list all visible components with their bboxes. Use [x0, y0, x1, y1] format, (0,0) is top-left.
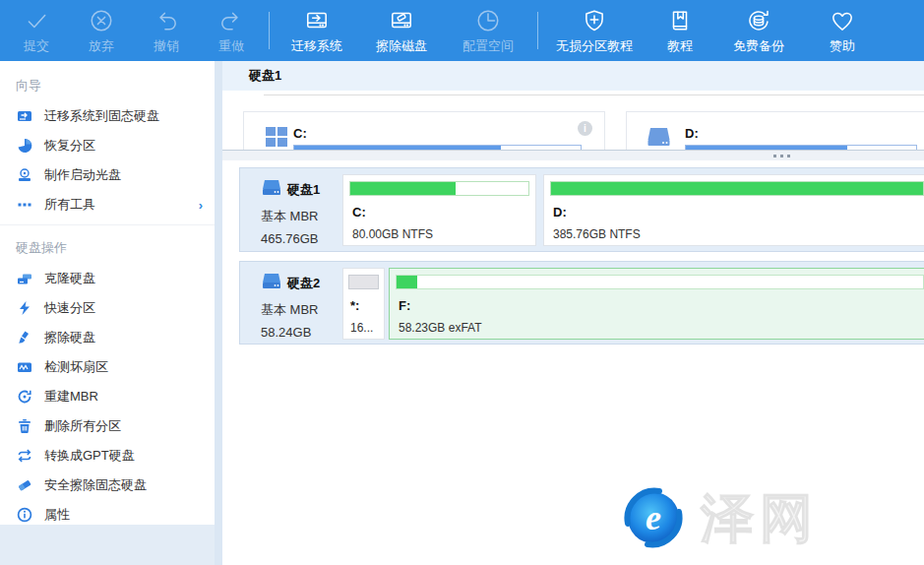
- sidebar-item-label: 安全擦除固态硬盘: [44, 476, 215, 494]
- sidebar-section-wizards: 向导: [0, 63, 215, 101]
- disk-arrow-icon: [16, 108, 33, 124]
- disk-scheme: 基本 MBR: [261, 208, 345, 225]
- tab-disk1[interactable]: 硬盘1: [222, 61, 281, 91]
- info-circle-icon: [16, 507, 33, 523]
- overview-card-d[interactable]: D:: [626, 111, 924, 150]
- sidebar-item-label: 克隆硬盘: [44, 270, 215, 287]
- boot-disc-icon: [16, 167, 33, 183]
- allocate-space-button[interactable]: 配置空间: [444, 0, 532, 61]
- undo-icon: [154, 6, 179, 33]
- backup-cycle-icon: [746, 6, 771, 33]
- rebuild-mbr-icon: [16, 389, 33, 405]
- overview-divider: [264, 94, 924, 95]
- space-clock-icon: [475, 6, 501, 33]
- convert-gpt-icon: [16, 448, 33, 464]
- tutorial-button[interactable]: 教程: [646, 0, 714, 61]
- sidebar-item-properties[interactable]: 属性: [0, 500, 215, 530]
- windows-logo-icon: [264, 124, 289, 150]
- sidebar-item-label: 转换成GPT硬盘: [44, 447, 215, 465]
- disk-row-1[interactable]: 硬盘1 基本 MBR 465.76GB C: 80.00GB NTFS: [239, 167, 924, 252]
- partition-usage-bar: [396, 275, 924, 289]
- partition-label: F:: [399, 298, 410, 313]
- toolbar-item-label: 擦除磁盘: [376, 37, 427, 55]
- bad-sector-icon: [16, 359, 33, 375]
- sidebar-item-convert-to-gpt[interactable]: 转换成GPT硬盘: [0, 441, 215, 471]
- check-icon: [24, 6, 49, 33]
- toolbar-item-label: 撤销: [154, 37, 179, 55]
- discard-button[interactable]: 放弃: [69, 0, 134, 61]
- partition-label: C:: [352, 205, 366, 220]
- sidebar-item-delete-all-partitions[interactable]: 删除所有分区: [0, 411, 215, 441]
- partition-detail: 385.76GB NTFS: [553, 227, 641, 241]
- toolbar-separator: [537, 12, 538, 49]
- hard-disk-icon: [646, 124, 672, 150]
- heart-icon: [830, 6, 855, 33]
- toolbar-item-label: 教程: [667, 37, 693, 55]
- sidebar-item-label: 快速分区: [44, 299, 215, 317]
- disk-row-2[interactable]: 硬盘2 基本 MBR 58.24GB *: 16... F: 58.23GB e…: [239, 261, 924, 345]
- disk-list-panel: 硬盘1 基本 MBR 465.76GB C: 80.00GB NTFS: [222, 160, 924, 565]
- overview-card-c[interactable]: C: i: [243, 111, 605, 150]
- free-backup-button[interactable]: 免费备份: [714, 0, 803, 61]
- sponsor-button[interactable]: 赞助: [803, 0, 882, 61]
- sidebar: 向导 迁移系统到固态硬盘 恢复分区 制作启动光盘: [0, 61, 215, 565]
- disk-overview-panel: C: i D:: [222, 91, 924, 150]
- disk-scheme: 基本 MBR: [261, 301, 345, 319]
- disk-size: 58.24GB: [261, 325, 345, 340]
- partition-detail: 58.23GB exFAT: [399, 321, 482, 335]
- watermark: e 泽网: [620, 483, 819, 555]
- disk-arrow-icon: [304, 6, 330, 33]
- partition-d[interactable]: D: 385.76GB NTFS: [543, 174, 924, 246]
- partition-manager-window: 提交 放弃 撤销 重做 迁移系统: [0, 0, 924, 565]
- toolbar-item-label: 无损分区教程: [556, 37, 633, 55]
- sidebar-item-make-bootable-disc[interactable]: 制作启动光盘: [0, 160, 215, 190]
- pie-recover-icon: [16, 138, 33, 154]
- sidebar-item-quick-partition[interactable]: 快速分区: [0, 293, 215, 323]
- migrate-system-button[interactable]: 迁移系统: [275, 0, 359, 61]
- disk1-info[interactable]: 硬盘1 基本 MBR 465.76GB: [261, 178, 345, 246]
- main-content: 硬盘1 C: i D:: [222, 61, 924, 565]
- info-icon[interactable]: i: [578, 121, 592, 136]
- trash-icon: [16, 418, 33, 434]
- chevron-right-icon: ›: [199, 198, 203, 213]
- submit-button[interactable]: 提交: [4, 0, 69, 61]
- redo-button[interactable]: 重做: [199, 0, 264, 61]
- disk-size: 465.76GB: [261, 231, 345, 246]
- sidebar-item-secure-erase-ssd[interactable]: 安全擦除固态硬盘: [0, 471, 215, 500]
- lossless-partition-tutorial-button[interactable]: 无损分区教程: [543, 0, 646, 61]
- erase-disk-button[interactable]: 擦除磁盘: [359, 0, 444, 61]
- disk2-info[interactable]: 硬盘2 基本 MBR 58.24GB: [261, 272, 345, 340]
- cancel-circle-icon: [89, 6, 114, 33]
- partition-usage-fill: [397, 276, 417, 288]
- watermark-text: 泽网: [701, 483, 819, 555]
- partition-usage-bar: [348, 275, 379, 289]
- sidebar-item-recover-partition[interactable]: 恢复分区: [0, 131, 215, 160]
- sidebar-item-check-bad-sectors[interactable]: 检测坏扇区: [0, 352, 215, 382]
- zewang-logo-icon: e: [620, 484, 687, 555]
- partition-usage-bar: [349, 181, 529, 196]
- splitter-handle-icon[interactable]: [773, 155, 790, 157]
- ellipsis-icon: [16, 197, 33, 213]
- toolbar-item-label: 放弃: [89, 37, 114, 55]
- partition-f-selected[interactable]: F: 58.23GB exFAT: [389, 268, 924, 340]
- undo-button[interactable]: 撤销: [134, 0, 199, 61]
- sidebar-item-label: 制作启动光盘: [44, 166, 215, 184]
- main-toolbar: 提交 放弃 撤销 重做 迁移系统: [0, 0, 924, 61]
- sidebar-item-label: 所有工具: [44, 196, 199, 214]
- toolbar-separator: [269, 12, 270, 49]
- brush-icon: [16, 330, 33, 345]
- sidebar-item-migrate-os-to-ssd[interactable]: 迁移系统到固态硬盘: [0, 101, 215, 131]
- partition-usage-bar: [550, 181, 924, 196]
- svg-text:e: e: [646, 498, 661, 537]
- partition-unformatted[interactable]: *: 16...: [342, 268, 385, 340]
- partition-detail: 16...: [350, 321, 373, 335]
- partition-c[interactable]: C: 80.00GB NTFS: [342, 174, 536, 246]
- toolbar-item-label: 配置空间: [462, 37, 514, 55]
- sidebar-item-label: 检测坏扇区: [44, 358, 215, 376]
- sidebar-item-all-tools[interactable]: 所有工具 ›: [0, 190, 215, 220]
- sidebar-item-rebuild-mbr[interactable]: 重建MBR: [0, 382, 215, 411]
- book-icon: [667, 6, 693, 33]
- hard-disk-icon: [261, 272, 282, 295]
- sidebar-item-clone-disk[interactable]: 克隆硬盘: [0, 264, 215, 293]
- sidebar-item-wipe-disk[interactable]: 擦除硬盘: [0, 323, 215, 352]
